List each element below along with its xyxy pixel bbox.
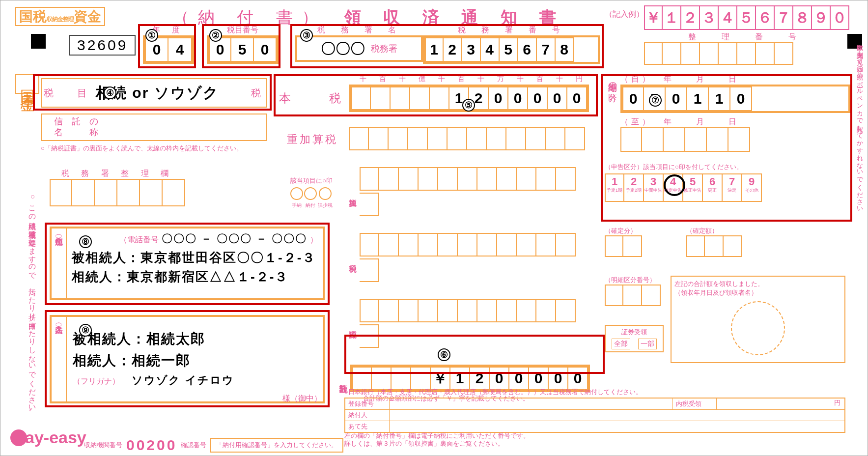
date2-header: （至） 年 月 日 [620,117,850,127]
rishizei-row [360,233,590,284]
office-no-label: 税 務 署 番 号 [422,25,600,35]
kakutei-left-label: （確定分） [605,227,642,235]
kokuzei-right: 資金 [74,9,101,24]
shuno-value: 00200 [126,437,177,454]
circ-9: ⑨ [79,324,92,337]
kasanzei-row [360,167,590,218]
circ-5: ⑤ [462,99,475,112]
furigana-label: （フリガナ） [73,377,120,385]
kakunin-label: 確認番号 [181,441,206,450]
honzei-label: 本 税 [276,90,349,106]
foot-note: 左の欄の「納付番号」欄は電子納税にご利用いただく番号です。 詳しくは、第３片の「… [344,432,698,447]
footer-row3-label: あて先 [345,421,390,432]
circ-3: ③ [300,29,313,42]
kokuzei-text: 国税 [19,9,47,24]
zeimusho-seiri-boxes [50,179,185,208]
meisai-boxes [605,285,661,308]
office-name-box: 〇〇〇 税務署 [295,35,423,62]
juukasan-label: 重加算税 [276,132,349,147]
serial-number: 32609 [69,35,136,56]
bank-note: ○日本銀行（本店・支店・代理店・歳入代理店（郵便局を含む。））又は当税務署で納付… [344,388,836,397]
office-name-value: 〇〇〇 [321,39,365,59]
name-section-label: 氏名（法人名） [52,317,67,401]
receipt-stamp-circle [731,301,785,355]
znc-3: 0 [254,37,277,62]
example-value-row: ￥ １ ２ ３ ４ ５ ６ ７ ８ ９ ０ [644,5,849,30]
furigana-value: ソウゾク イチロウ [132,374,234,386]
date1-header: （自） 年 月 日 [620,74,850,85]
zeimoku-suffix: 税 [251,86,261,100]
footer-row1-end: 円 [717,399,844,409]
shoken-item-2: 一部 [638,339,657,349]
seiri-boxes [644,42,849,67]
address-section-label: 住所（所在地） [52,228,67,298]
nouki-label: 納期等の区分 [605,74,620,154]
circ-1: ① [145,29,158,42]
nendo-d2: 4 [168,37,192,62]
circ-7: ⑦ [649,94,662,107]
example-label: （記入例） [605,9,644,20]
side-note: ○この用紙は直接機械で処理しますので 汚したり折り曲げたりしないでください。 [14,192,38,416]
black-marker-left [31,34,46,49]
note-1: ○「納税証書」の裏面をよく読んで、太線の枠内を記載してください。 [41,144,296,153]
shuno-label: 収納機関番号 [84,441,122,450]
meisai-label: （明細区分番号） [605,276,661,285]
footer-row1-label: 登録番号 [345,399,390,409]
circ-2: ② [209,29,222,42]
shinkoku-label: （申告区分）該当項目に○印を付してください。 [605,163,850,171]
footer-row1-mid: 内税受領 [672,399,717,409]
payeasy-icon [10,429,27,446]
kakutei-right-boxes [686,235,742,259]
shintaku-label: 信 託 の 名 称 [42,116,111,138]
ukeryou-label: 左記の合計額を領収しました。 [674,280,841,288]
znc-2: 5 [231,37,254,62]
juukasan-row [349,127,585,152]
shinkoku-choices: 1予定1期 2予定2期 3中間申告 4確定申告 5修正申告 6更正 7決定 9そ… [605,173,850,202]
office-name-label: 税 務 署 名 [295,25,422,35]
payeasy-text: ay-easy [25,428,86,447]
kokkokin-label: 国庫金 [15,74,39,94]
right-side-note: 数字は記入例を見て枠の黒のボールペンカで記入してかすれないでください [855,40,865,413]
kakunin-note: 「納付用確認番号」を入力してください。 [210,438,343,453]
shoken-label: 証券受領 [608,328,661,337]
kokuzei-small: 収納金整理 [47,16,74,23]
zeimoku-label: 税 目 [42,86,96,100]
ukeryou-sub: （領収年月日及び領収者名） [674,288,841,297]
kakutei-right-label: （確定額） [686,227,742,235]
logo-kokuzei: 国税収納金整理資金 [15,7,105,26]
footer-row2-label: 納付人 [345,410,390,421]
circ-8: ⑧ [79,235,92,248]
tel-label: （電話番号 [119,235,159,244]
entaizei-row [360,299,590,350]
shinkoku-choice-selected: 4確定申告 [664,173,683,202]
gaitou-circles: 手納 納付 課少税 [276,187,347,209]
zeimusho-seiri-label: 税 務 署 整 理 欄 [50,169,185,179]
seiri-label: 整 理 番 号 [644,32,849,42]
office-name-suffix: 税務署 [371,43,397,55]
circ-6: ⑥ [438,348,450,361]
gaitou-label: 該当項目に○印 [276,176,347,185]
office-no-row: 1 2 3 4 5 6 7 8 [423,35,600,64]
money-unit-header: 千百十億千百十万千百十円 [353,74,590,84]
kakutei-left-boxes [605,235,642,259]
date2-row [620,127,850,154]
circ-4: ④ [104,86,116,99]
shoken-item-1: 全部 [612,339,630,349]
